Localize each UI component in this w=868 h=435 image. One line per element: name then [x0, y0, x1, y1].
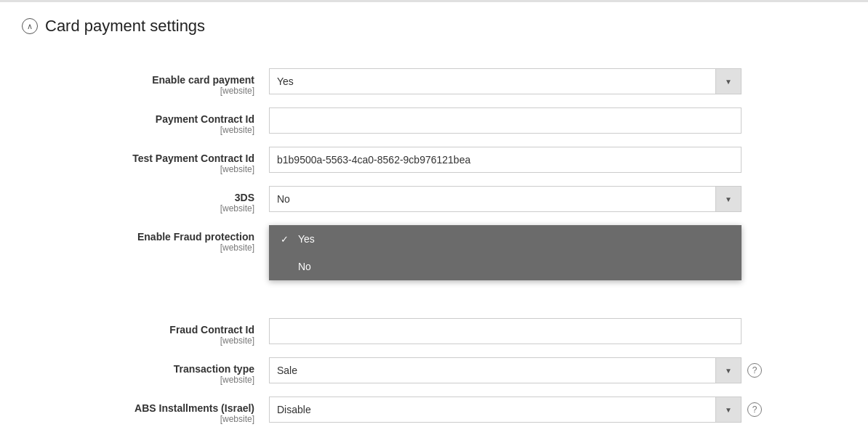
control-3ds: No [269, 186, 821, 212]
control-payment-contract-id [269, 107, 821, 134]
row-fraud-contract-id: Fraud Contract Id [website] [22, 318, 821, 346]
row-abs-installments: ABS Installments (Israel) [website] Disa… [22, 397, 821, 424]
input-test-payment-contract-id[interactable] [269, 147, 742, 173]
label-transaction-type: Transaction type [22, 363, 254, 375]
input-fraud-contract-id[interactable] [269, 318, 742, 344]
control-test-payment-contract-id [269, 147, 821, 173]
input-payment-contract-id[interactable] [269, 107, 742, 134]
page-title: Card payment settings [45, 17, 205, 36]
label-group-payment-contract-id: Payment Contract Id [website] [22, 107, 269, 135]
scope-fraud-contract-id: [website] [22, 336, 254, 346]
select-abs-installments[interactable]: Disable [269, 397, 742, 423]
dropdown-option-no[interactable]: No [269, 253, 742, 280]
select-transaction-type[interactable]: Sale [269, 357, 742, 383]
control-enable-card-payment: Yes [269, 68, 821, 94]
no-checkmark [281, 261, 292, 272]
control-fraud-protection: Yes ✓ Yes No [269, 225, 821, 251]
label-group-fraud-protection: Enable Fraud protection [website] [22, 225, 269, 253]
scope-payment-contract-id: [website] [22, 125, 254, 135]
select-arrow-abs-installments[interactable] [715, 397, 742, 423]
select-arrow-transaction-type[interactable] [715, 357, 742, 383]
scope-fraud-protection: [website] [22, 243, 254, 253]
select-arrow-3ds[interactable] [715, 186, 742, 212]
label-abs-installments: ABS Installments (Israel) [22, 402, 254, 414]
label-group-enable-card-payment: Enable card payment [website] [22, 68, 269, 96]
row-transaction-type: Transaction type [website] Sale ? [22, 357, 821, 385]
label-group-transaction-type: Transaction type [website] [22, 357, 269, 385]
label-group-test-payment-contract-id: Test Payment Contract Id [website] [22, 147, 269, 174]
help-icon-transaction-type[interactable]: ? [747, 363, 762, 378]
control-transaction-type: Sale ? [269, 357, 821, 383]
label-fraud-protection: Enable Fraud protection [22, 231, 254, 243]
label-group-fraud-contract-id: Fraud Contract Id [website] [22, 318, 269, 346]
label-enable-card-payment: Enable card payment [22, 74, 254, 86]
collapse-icon[interactable] [22, 18, 38, 34]
row-enable-card-payment: Enable card payment [website] Yes [22, 68, 821, 96]
label-group-3ds: 3DS [website] [22, 186, 269, 214]
control-abs-installments: Disable ? [269, 397, 821, 423]
scope-enable-card-payment: [website] [22, 86, 254, 96]
section-header: Card payment settings [22, 17, 846, 46]
row-enable-fraud-protection: Enable Fraud protection [website] Yes ✓ … [22, 225, 821, 253]
help-icon-abs-installments[interactable]: ? [747, 402, 762, 417]
row-3ds: 3DS [website] No [22, 186, 821, 214]
page-container: Card payment settings Enable card paymen… [0, 2, 868, 435]
dropdown-option-no-label: No [298, 261, 311, 272]
label-payment-contract-id: Payment Contract Id [22, 113, 254, 125]
label-test-payment-contract-id: Test Payment Contract Id [22, 153, 254, 164]
select-arrow-enable-card-payment[interactable] [715, 68, 742, 94]
label-3ds: 3DS [22, 192, 254, 203]
control-fraud-contract-id [269, 318, 821, 344]
scope-transaction-type: [website] [22, 375, 254, 385]
form-container: Enable card payment [website] Yes Paymen… [22, 68, 821, 424]
row-payment-contract-id: Payment Contract Id [website] [22, 107, 821, 135]
fraud-protection-dropdown: ✓ Yes No [269, 225, 742, 280]
select-wrapper-transaction-type: Sale [269, 357, 742, 383]
label-fraud-contract-id: Fraud Contract Id [22, 324, 254, 336]
checkmark-icon: ✓ [281, 234, 292, 245]
scope-test-payment-contract-id: [website] [22, 164, 254, 174]
select-3ds[interactable]: No [269, 186, 742, 212]
row-test-payment-contract-id: Test Payment Contract Id [website] [22, 147, 821, 174]
scope-3ds: [website] [22, 203, 254, 214]
label-group-abs-installments: ABS Installments (Israel) [website] [22, 397, 269, 424]
scope-abs-installments: [website] [22, 414, 254, 424]
select-wrapper-enable-card-payment: Yes [269, 68, 742, 94]
select-enable-card-payment[interactable]: Yes [269, 68, 742, 94]
dropdown-option-yes[interactable]: ✓ Yes [269, 225, 742, 253]
dropdown-option-yes-label: Yes [298, 233, 315, 245]
select-wrapper-abs-installments: Disable [269, 397, 742, 423]
select-wrapper-3ds: No [269, 186, 742, 212]
